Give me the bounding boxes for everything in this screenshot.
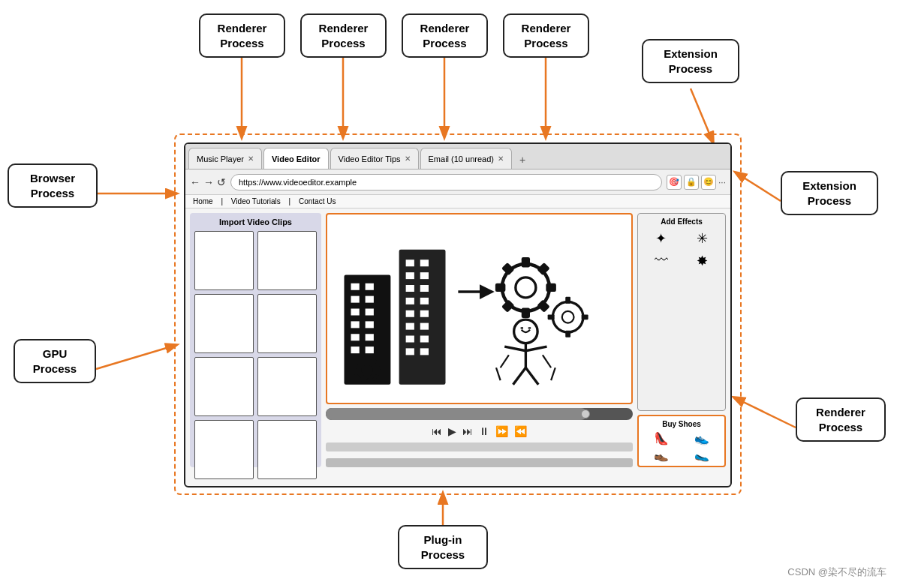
svg-rect-56 bbox=[565, 331, 570, 338]
rewind-button[interactable]: ⏪ bbox=[514, 425, 527, 437]
tab-label: Music Player bbox=[197, 154, 244, 164]
reload-button[interactable]: ↺ bbox=[217, 176, 226, 188]
clip-thumb-7[interactable] bbox=[194, 420, 254, 479]
effect-wind[interactable]: 〰 bbox=[642, 251, 680, 271]
effects-grid: ✦ ✳ 〰 ✸ bbox=[642, 229, 721, 271]
svg-rect-35 bbox=[406, 323, 414, 330]
more-options[interactable]: ··· bbox=[718, 177, 726, 188]
effect-star[interactable]: ✳ bbox=[683, 229, 721, 248]
progress-fill bbox=[326, 408, 587, 420]
tab-video-editor[interactable]: Video Editor bbox=[263, 148, 329, 169]
gpu-process: GPUProcess bbox=[14, 339, 96, 383]
shoe-item-4[interactable]: 🥿 bbox=[683, 448, 721, 462]
shoe-item-1[interactable]: 👠 bbox=[643, 431, 681, 446]
center-panel: ⏮ ▶ ⏭ ⏸ ⏩ ⏪ bbox=[326, 213, 633, 467]
nav-tutorials[interactable]: Video Tutorials bbox=[231, 197, 281, 206]
nav-separator-1: | bbox=[221, 197, 223, 206]
renderer-process-right: RendererProcess bbox=[796, 398, 886, 442]
right-panel: Add Effects ✦ ✳ 〰 ✸ Buy Shoes 👠 👟 👞 bbox=[637, 213, 726, 467]
tab-close-icon[interactable]: ✕ bbox=[498, 154, 504, 163]
svg-rect-18 bbox=[351, 321, 360, 328]
progress-bar[interactable] bbox=[326, 408, 633, 420]
clip-thumb-6[interactable] bbox=[257, 357, 317, 416]
clip-thumb-5[interactable] bbox=[194, 357, 254, 416]
effect-sparkle[interactable]: ✦ bbox=[642, 229, 680, 248]
tab-close-icon[interactable]: ✕ bbox=[248, 154, 254, 163]
svg-rect-48 bbox=[495, 284, 506, 292]
svg-rect-58 bbox=[548, 314, 555, 320]
skip-back-button[interactable]: ⏮ bbox=[432, 425, 442, 437]
svg-line-6 bbox=[96, 345, 176, 369]
nav-home[interactable]: Home bbox=[193, 197, 213, 206]
clip-thumb-3[interactable] bbox=[194, 294, 254, 353]
shoe-item-3[interactable]: 👞 bbox=[643, 448, 681, 462]
svg-rect-38 bbox=[420, 336, 429, 343]
nav-contact[interactable]: Contact Us bbox=[299, 197, 336, 206]
nav-menu: Home | Video Tutorials | Contact Us bbox=[185, 195, 730, 208]
svg-rect-20 bbox=[351, 334, 360, 340]
renderer-process-2: RendererProcess bbox=[300, 14, 387, 58]
clip-thumb-8[interactable] bbox=[257, 420, 317, 479]
svg-rect-29 bbox=[406, 285, 414, 292]
effects-title: Add Effects bbox=[642, 218, 721, 226]
ext-icon-1[interactable]: 🎯 bbox=[667, 175, 682, 190]
diagram-container: RendererProcess RendererProcess Renderer… bbox=[0, 0, 900, 588]
svg-rect-47 bbox=[546, 284, 556, 292]
tab-label: Video Editor Tips bbox=[339, 154, 401, 164]
svg-rect-30 bbox=[420, 285, 429, 292]
new-tab-button[interactable]: + bbox=[513, 151, 531, 169]
shoes-title: Buy Shoes bbox=[643, 420, 721, 428]
timeline-bar-1[interactable] bbox=[326, 442, 633, 452]
svg-rect-15 bbox=[366, 296, 374, 303]
tab-music-player[interactable]: Music Player ✕ bbox=[188, 148, 262, 169]
tab-label: Video Editor bbox=[272, 154, 321, 164]
svg-rect-34 bbox=[420, 310, 429, 317]
video-display bbox=[326, 213, 633, 404]
browser-window: Music Player ✕ Video Editor Video Editor… bbox=[184, 142, 732, 488]
back-button[interactable]: ← bbox=[190, 176, 200, 188]
ext-icon-3[interactable]: 😊 bbox=[701, 175, 716, 190]
tab-video-editor-tips[interactable]: Video Editor Tips ✕ bbox=[330, 148, 419, 169]
timeline-bar-2[interactable] bbox=[326, 458, 633, 467]
nav-buttons: ← → ↺ bbox=[190, 176, 226, 188]
svg-rect-22 bbox=[351, 346, 360, 353]
effects-panel: Add Effects ✦ ✳ 〰 ✸ bbox=[637, 213, 726, 411]
extension-process-top: ExtensionProcess bbox=[642, 39, 739, 83]
url-input[interactable] bbox=[230, 174, 662, 190]
svg-line-8 bbox=[734, 398, 796, 428]
tab-email[interactable]: Email (10 unread) ✕ bbox=[420, 148, 512, 169]
clip-thumb-1[interactable] bbox=[194, 231, 254, 290]
left-panel-title: Import Video Clips bbox=[194, 218, 317, 226]
left-panel: Import Video Clips bbox=[190, 213, 321, 467]
svg-rect-26 bbox=[420, 260, 429, 266]
svg-rect-19 bbox=[366, 321, 374, 328]
effect-burst[interactable]: ✸ bbox=[683, 251, 721, 271]
fast-forward-button[interactable]: ⏩ bbox=[495, 425, 508, 437]
plugin-process: Plug-inProcess bbox=[398, 525, 488, 569]
renderer-process-4: RendererProcess bbox=[503, 14, 589, 58]
svg-rect-33 bbox=[406, 310, 414, 317]
forward-button[interactable]: → bbox=[203, 176, 214, 188]
svg-rect-16 bbox=[351, 309, 360, 316]
shoes-grid: 👠 👟 👞 🥿 bbox=[643, 431, 721, 462]
clip-grid bbox=[194, 231, 317, 479]
svg-rect-55 bbox=[565, 297, 570, 304]
clip-thumb-2[interactable] bbox=[257, 231, 317, 290]
ext-icon-2[interactable]: 🔒 bbox=[684, 175, 699, 190]
playback-controls: ⏮ ▶ ⏭ ⏸ ⏩ ⏪ bbox=[326, 424, 633, 439]
extension-process-right: ExtensionProcess bbox=[781, 171, 878, 215]
tab-close-icon[interactable]: ✕ bbox=[405, 154, 411, 163]
svg-rect-45 bbox=[522, 257, 530, 268]
svg-rect-40 bbox=[420, 348, 429, 355]
shoe-item-2[interactable]: 👟 bbox=[683, 431, 721, 446]
svg-rect-36 bbox=[420, 323, 429, 330]
skip-forward-button[interactable]: ⏭ bbox=[462, 425, 473, 437]
progress-handle[interactable] bbox=[581, 410, 590, 418]
clip-thumb-4[interactable] bbox=[257, 294, 317, 353]
play-button[interactable]: ▶ bbox=[448, 425, 456, 437]
svg-rect-46 bbox=[522, 308, 530, 318]
svg-rect-12 bbox=[351, 284, 360, 290]
pause-button[interactable]: ⏸ bbox=[479, 425, 489, 437]
svg-rect-23 bbox=[366, 346, 374, 353]
svg-rect-13 bbox=[366, 284, 374, 290]
